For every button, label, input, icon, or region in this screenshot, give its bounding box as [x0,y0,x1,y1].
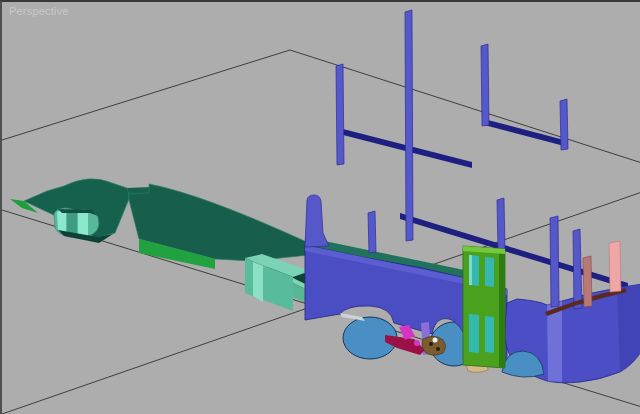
truck-beam-right-upper[interactable] [484,119,568,147]
knuckle-light-dot [433,338,438,343]
wheel-arch-highlight [340,313,365,321]
front-post-pink[interactable] [609,241,621,292]
truck-stanchion-tall-1[interactable] [336,64,344,165]
scene-svg [2,2,640,414]
truck-stanchion-front-1[interactable] [305,195,329,247]
truck-stanchion-tall-2[interactable] [405,10,413,241]
view-mode-label: Perspective [9,5,69,17]
trailer-rear-box-face-highlight [253,262,263,302]
headboard-rack-side [499,249,505,368]
truck-cab-right-shade [617,284,640,372]
truck-stanchion-front-2[interactable] [550,216,559,307]
truck-stanchion-deck-1[interactable] [368,211,376,253]
viewport-3d[interactable]: Perspective [0,0,640,414]
truck-stanchion-tall-3[interactable] [481,44,489,126]
rack-slot-4 [485,316,494,353]
rack-slot-3 [469,314,479,353]
trailer-roller-highlight-2 [78,210,88,237]
knuckle-hole-2 [436,347,440,351]
truck-stanchion-front-3[interactable] [573,229,582,309]
knuckle-hole-1 [429,342,433,346]
truck-stanchion-deck-2[interactable] [497,198,505,251]
front-post-mauve[interactable] [583,256,592,307]
grid-line-far-left [2,50,290,140]
truck-stanchion-tall-4[interactable] [560,99,568,150]
rack-slot-2 [485,257,494,287]
suspension-magenta-pin[interactable] [414,340,420,346]
rack-slot-1-highlight [469,255,472,285]
